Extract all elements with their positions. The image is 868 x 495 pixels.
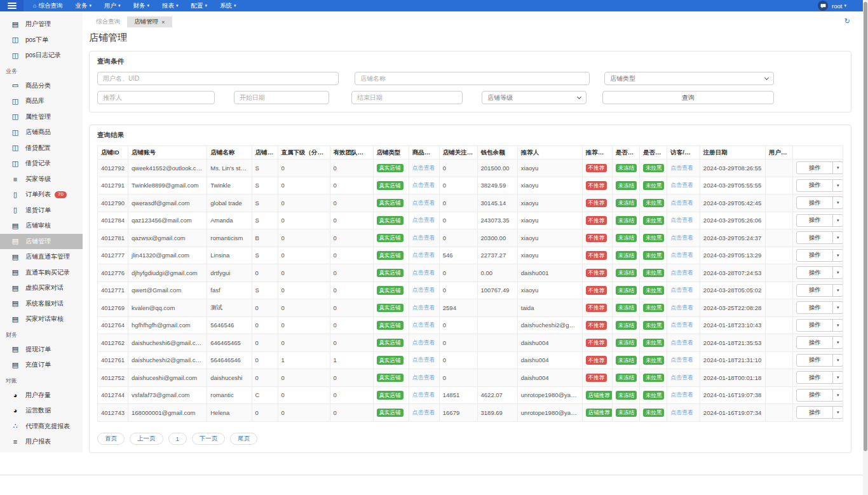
action-dropdown-toggle[interactable]: ▾: [832, 197, 843, 208]
action-dropdown-toggle[interactable]: ▾: [832, 232, 843, 243]
goods-view-link[interactable]: 点击查看: [412, 252, 435, 258]
sidebar-item-operation-data[interactable]: ◕运营数据: [0, 403, 83, 419]
sidebar-item-recharge-orders[interactable]: ▤充值订单: [0, 357, 83, 373]
messages-button[interactable]: [818, 1, 828, 11]
sidebar-item-loan-config[interactable]: ◫借贷配置: [0, 140, 83, 156]
action-dropdown-toggle[interactable]: ▾: [832, 215, 843, 226]
action-button[interactable]: 操作: [797, 232, 832, 243]
goods-view-link[interactable]: 点击查看: [412, 374, 435, 381]
nav-item-business[interactable]: 业务▾: [69, 0, 98, 11]
page-first[interactable]: 首页: [97, 433, 125, 445]
goods-view-link[interactable]: 点击查看: [412, 165, 435, 171]
goods-view-link[interactable]: 点击查看: [412, 304, 435, 311]
sidebar-item-shop-products[interactable]: ◫店铺商品: [0, 125, 83, 140]
nav-item-finance[interactable]: 财务▾: [126, 0, 156, 11]
action-button[interactable]: 操作: [797, 180, 832, 191]
goods-view-link[interactable]: 点击查看: [412, 200, 435, 206]
sidebar-item-user-report[interactable]: ≡用户报表: [0, 434, 83, 450]
action-dropdown-toggle[interactable]: ▾: [832, 390, 843, 401]
action-dropdown-toggle[interactable]: ▾: [832, 180, 843, 191]
sidebar-item-shop-review[interactable]: ▤店铺审核: [0, 218, 83, 234]
nav-item-reports[interactable]: 报表▾: [156, 0, 185, 11]
sidebar-item-product-library[interactable]: ◫商品库: [0, 93, 83, 109]
visitor-view-link[interactable]: 点击查看: [670, 217, 693, 223]
visitor-view-link[interactable]: 点击查看: [670, 252, 693, 258]
visitor-view-link[interactable]: 点击查看: [670, 374, 693, 381]
shop-type-select[interactable]: 店铺类型: [604, 72, 774, 85]
action-dropdown-toggle[interactable]: ▾: [832, 372, 843, 383]
referrer-input[interactable]: [97, 91, 215, 104]
sidebar-item-buyer-chat-review[interactable]: ▤买家对话审核: [0, 311, 83, 327]
sidebar-item-train-purchase-records[interactable]: ▤直通车购买记录: [0, 265, 83, 281]
visitor-view-link[interactable]: 点击查看: [670, 322, 693, 328]
sidebar-item-product-category[interactable]: ▭商品分类: [0, 78, 83, 94]
action-button[interactable]: 操作: [797, 197, 832, 208]
sidebar-item-return-orders[interactable]: ▯退货订单: [0, 203, 83, 219]
sidebar-item-shop-management[interactable]: ▤店铺管理: [0, 234, 83, 250]
goods-view-link[interactable]: 点击查看: [412, 339, 435, 346]
search-button[interactable]: 查询: [602, 91, 774, 104]
goods-view-link[interactable]: 点击查看: [412, 409, 435, 416]
action-button[interactable]: 操作: [797, 302, 832, 313]
action-button[interactable]: 操作: [797, 372, 832, 383]
visitor-view-link[interactable]: 点击查看: [670, 200, 693, 206]
action-dropdown-toggle[interactable]: ▾: [832, 250, 843, 261]
action-button[interactable]: 操作: [797, 215, 832, 226]
sidebar-item-pos-log[interactable]: ◫pos日志记录: [0, 48, 83, 64]
visitor-view-link[interactable]: 点击查看: [670, 356, 693, 363]
tab-shop-manage[interactable]: 店铺管理×: [127, 17, 172, 27]
username-uid-input[interactable]: [97, 72, 339, 85]
visitor-view-link[interactable]: 点击查看: [670, 391, 693, 398]
goods-view-link[interactable]: 点击查看: [412, 217, 435, 223]
action-button[interactable]: 操作: [797, 162, 832, 173]
sidebar-item-loan-records[interactable]: ◫借贷记录: [0, 156, 83, 172]
visitor-view-link[interactable]: 点击查看: [670, 182, 693, 188]
action-button[interactable]: 操作: [797, 285, 832, 296]
action-button[interactable]: 操作: [797, 407, 832, 418]
sidebar-item-system-service-chat[interactable]: ▤系统客服对话: [0, 296, 83, 312]
action-button[interactable]: 操作: [797, 320, 832, 331]
action-dropdown-toggle[interactable]: ▾: [832, 337, 843, 348]
action-dropdown-toggle[interactable]: ▾: [832, 320, 843, 331]
page-last[interactable]: 尾页: [230, 433, 257, 445]
sidebar-item-buyer-level[interactable]: ≡买家等级: [0, 172, 83, 187]
sidebar-item-withdraw-orders[interactable]: ▤提现订单: [0, 342, 83, 358]
visitor-view-link[interactable]: 点击查看: [670, 304, 693, 311]
sidebar-item-virtual-buyer-chat[interactable]: ▤虚拟买家对话: [0, 280, 83, 296]
refresh-icon[interactable]: ↻: [844, 18, 850, 25]
visitor-view-link[interactable]: 点击查看: [670, 269, 693, 276]
action-dropdown-toggle[interactable]: ▾: [832, 407, 843, 418]
sidebar-item-user-management[interactable]: ▤用户管理: [0, 17, 83, 32]
sidebar-item-agent-report[interactable]: ∴代理商充提报表: [0, 419, 83, 435]
sidebar-item-shop-train-management[interactable]: ▤店铺直通车管理: [0, 249, 83, 265]
visitor-view-link[interactable]: 点击查看: [670, 339, 693, 346]
visitor-view-link[interactable]: 点击查看: [670, 234, 693, 241]
action-button[interactable]: 操作: [797, 250, 832, 261]
menu-toggle-button[interactable]: [0, 0, 24, 11]
goods-view-link[interactable]: 点击查看: [412, 322, 435, 328]
visitor-view-link[interactable]: 点击查看: [670, 409, 693, 416]
nav-item-overview[interactable]: ⌂综合查询: [27, 0, 69, 11]
sidebar-item-pos-order[interactable]: ◫pos下单: [0, 32, 83, 48]
nav-item-users[interactable]: 用户▾: [98, 0, 127, 11]
nav-item-system[interactable]: 系统▾: [214, 0, 243, 11]
sidebar-item-order-list[interactable]: ▯订单列表70: [0, 187, 83, 203]
action-button[interactable]: 操作: [797, 267, 832, 278]
page-prev[interactable]: 上一页: [130, 433, 163, 445]
action-button[interactable]: 操作: [797, 355, 832, 366]
page-1[interactable]: 1: [168, 433, 187, 445]
user-menu[interactable]: root ▾: [832, 3, 846, 10]
goods-view-link[interactable]: 点击查看: [412, 287, 435, 293]
end-date-input[interactable]: [351, 91, 463, 104]
goods-view-link[interactable]: 点击查看: [412, 182, 435, 188]
goods-view-link[interactable]: 点击查看: [412, 391, 435, 398]
sidebar-item-user-stock[interactable]: ◕用户存量: [0, 388, 83, 403]
sidebar-item-attribute-management[interactable]: ◫属性管理: [0, 109, 83, 125]
nav-item-config[interactable]: 配置▾: [185, 0, 214, 11]
shop-level-select[interactable]: 店铺等级: [482, 91, 587, 104]
action-button[interactable]: 操作: [797, 390, 832, 401]
page-next[interactable]: 下一页: [192, 433, 226, 445]
action-dropdown-toggle[interactable]: ▾: [832, 285, 843, 296]
goods-view-link[interactable]: 点击查看: [412, 234, 435, 241]
action-dropdown-toggle[interactable]: ▾: [832, 355, 843, 366]
